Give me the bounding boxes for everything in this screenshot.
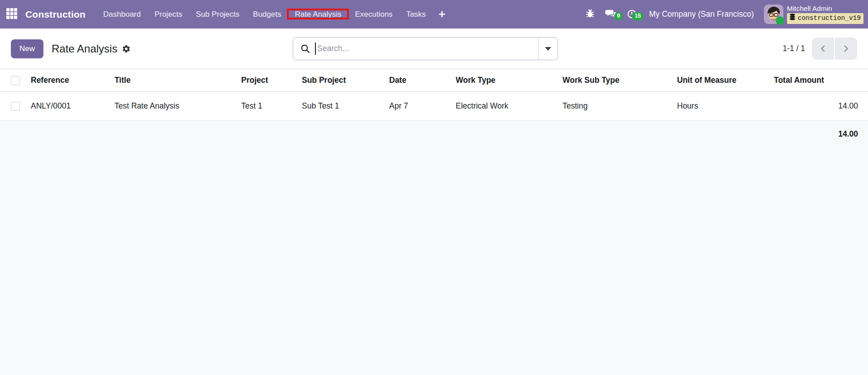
cell-date: Apr 7 [389, 92, 456, 121]
user-menu[interactable]: Mitchell Admin construction_v19 [764, 5, 863, 24]
chevron-down-icon [545, 47, 551, 51]
row-checkbox[interactable] [11, 102, 20, 111]
pager-buttons [812, 38, 857, 60]
pager-range: 1-1 / 1 [782, 44, 805, 53]
cell-reference: ANLY/0001 [31, 92, 114, 121]
cell-total-amount: 14.00 [774, 92, 868, 121]
control-panel: New Rate Analysis Search... 1-1 / 1 [0, 28, 868, 69]
table-header-row: Reference Title Project Sub Project Date… [0, 69, 868, 92]
column-header-work-sub-type[interactable]: Work Sub Type [563, 69, 677, 92]
activities-count-badge: 15 [632, 12, 644, 20]
pager-previous-button[interactable] [812, 38, 834, 60]
menu-item-sub-projects[interactable]: Sub Projects [189, 7, 246, 21]
rate-analysis-list: Reference Title Project Sub Project Date… [0, 69, 868, 121]
search-dropdown-toggle[interactable] [538, 38, 558, 60]
cell-sub-project: Sub Test 1 [302, 92, 389, 121]
main-menu: Dashboard Projects Sub Projects Budgets … [96, 7, 451, 21]
user-info: Mitchell Admin construction_v19 [787, 5, 863, 24]
table-row[interactable]: ANLY/0001 Test Rate Analysis Test 1 Sub … [0, 92, 868, 121]
menu-item-projects[interactable]: Projects [148, 7, 189, 21]
user-name: Mitchell Admin [787, 5, 832, 12]
apps-menu-button[interactable] [0, 8, 24, 21]
column-header-title[interactable]: Title [114, 69, 241, 92]
list-footer: 14.00 [0, 121, 868, 147]
menu-item-dashboard[interactable]: Dashboard [96, 7, 148, 21]
gear-icon[interactable] [122, 44, 131, 53]
menu-item-rate-analysis[interactable]: Rate Analysis [288, 7, 348, 21]
page-title: Rate Analysis [52, 43, 117, 55]
debug-button[interactable] [580, 9, 600, 20]
add-menu-button[interactable]: + [433, 7, 451, 21]
cell-unit-of-measure: Hours [677, 92, 774, 121]
select-all-checkbox[interactable] [11, 76, 20, 85]
company-switcher[interactable]: My Company (San Francisco) [649, 9, 754, 19]
avatar [764, 5, 783, 24]
menu-item-tasks[interactable]: Tasks [400, 7, 433, 21]
cell-work-type: Electrical Work [456, 92, 563, 121]
activities-button[interactable]: 15 [622, 8, 643, 21]
search-bar[interactable]: Search... [293, 37, 558, 60]
navbar-left: Construction Dashboard Projects Sub Proj… [0, 0, 451, 28]
chevron-right-icon [842, 45, 850, 52]
pager-next-button[interactable] [835, 38, 857, 60]
column-header-reference[interactable]: Reference [31, 69, 114, 92]
cell-work-sub-type: Testing [563, 92, 677, 121]
total-amount-sum: 14.00 [838, 129, 868, 139]
systray: 9 15 My Company (San Francisco) [580, 0, 868, 28]
menu-item-budgets[interactable]: Budgets [246, 7, 288, 21]
column-header-work-type[interactable]: Work Type [456, 69, 563, 92]
column-header-project[interactable]: Project [241, 69, 302, 92]
column-header-date[interactable]: Date [389, 69, 456, 92]
search-placeholder: Search... [317, 44, 349, 53]
grid-icon [6, 8, 18, 21]
database-name: construction_v19 [798, 14, 861, 23]
column-header-sub-project[interactable]: Sub Project [302, 69, 389, 92]
cell-project: Test 1 [241, 92, 302, 121]
database-icon [789, 14, 796, 23]
text-caret [315, 43, 316, 55]
menu-item-executions[interactable]: Executions [348, 7, 399, 21]
database-badge: construction_v19 [787, 13, 863, 24]
cell-title: Test Rate Analysis [114, 92, 241, 121]
app-name[interactable]: Construction [24, 9, 90, 20]
messages-button[interactable]: 9 [600, 8, 622, 21]
top-navbar: Construction Dashboard Projects Sub Proj… [0, 0, 868, 28]
search-icon [300, 44, 310, 54]
online-status-dot [776, 16, 784, 25]
bug-icon [585, 9, 595, 20]
column-header-unit-of-measure[interactable]: Unit of Measure [677, 69, 774, 92]
column-header-total-amount[interactable]: Total Amount [774, 69, 868, 92]
pager: 1-1 / 1 [782, 38, 857, 60]
new-button[interactable]: New [11, 39, 43, 58]
chevron-left-icon [819, 45, 827, 52]
